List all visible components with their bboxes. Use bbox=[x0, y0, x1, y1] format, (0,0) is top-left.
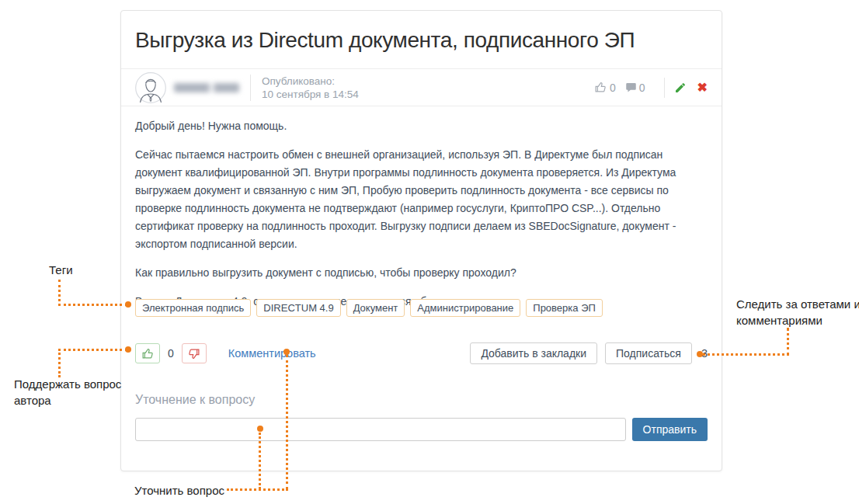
send-button[interactable]: Отправить bbox=[632, 418, 708, 441]
tags-row: Электронная подпись DIRECTUM 4.9 Докумен… bbox=[135, 299, 603, 317]
tag[interactable]: Администрирование bbox=[410, 299, 520, 317]
annotation-dot-support bbox=[125, 346, 131, 353]
author-name-redacted bbox=[174, 83, 239, 92]
annotation-dot-comment bbox=[283, 349, 290, 355]
delete-icon[interactable]: ✖ bbox=[697, 82, 708, 94]
annotation-support: Поддержать вопрос автора bbox=[14, 376, 132, 408]
page: Выгрузка из Directum документа, подписан… bbox=[0, 0, 859, 504]
annotation-tags: Теги bbox=[49, 262, 73, 278]
thumb-up-icon bbox=[594, 81, 607, 94]
actions-row: 0 Комментировать Добавить в закладки Под… bbox=[135, 342, 708, 364]
annotation-line-follow bbox=[703, 328, 789, 356]
right-actions: Добавить в закладки Подписаться 3 bbox=[470, 342, 708, 364]
clarify-section-label: Уточнение к вопросу bbox=[135, 393, 255, 407]
tag[interactable]: Документ bbox=[346, 299, 405, 317]
header-likes-count: 0 bbox=[610, 82, 616, 94]
author-row: Опубликовано: 10 сентября в 14:54 0 0 bbox=[121, 68, 722, 106]
likes-count: 0 bbox=[168, 347, 174, 360]
annotation-line-support bbox=[58, 349, 127, 377]
annotation-dot-input bbox=[257, 426, 263, 432]
published-block: Опубликовано: 10 сентября в 14:54 bbox=[262, 75, 359, 101]
tag[interactable]: Электронная подпись bbox=[135, 299, 251, 317]
divider bbox=[664, 78, 665, 98]
body-paragraph: Как правильно выгрузить документ с подпи… bbox=[135, 264, 709, 282]
question-body: Добрый день! Нужна помощь. Сейчас пытаем… bbox=[135, 117, 709, 322]
tag[interactable]: DIRECTUM 4.9 bbox=[256, 299, 340, 317]
clarify-row: Отправить bbox=[135, 418, 708, 441]
annotation-follow: Следить за ответами и комментариями bbox=[736, 296, 859, 328]
annotation-line-clarify-input bbox=[259, 433, 261, 489]
question-card: Выгрузка из Directum документа, подписан… bbox=[120, 10, 722, 471]
annotation-line-tags bbox=[58, 280, 127, 306]
annotation-dot-tags bbox=[125, 301, 131, 308]
annotation-dot-follow bbox=[697, 351, 703, 357]
header-comments-count: 0 bbox=[639, 82, 645, 94]
annotation-line-clarify bbox=[227, 488, 288, 491]
comment-bubble-icon bbox=[625, 82, 637, 93]
avatar[interactable] bbox=[135, 72, 166, 103]
annotation-clarify: Уточнить вопрос bbox=[134, 482, 224, 499]
comment-link[interactable]: Комментировать bbox=[228, 347, 316, 360]
annotation-line-clarify-comment bbox=[286, 355, 288, 489]
question-title: Выгрузка из Directum документа, подписан… bbox=[135, 28, 708, 53]
published-date: 10 сентября в 14:54 bbox=[262, 88, 359, 101]
subscribe-button[interactable]: Подписаться bbox=[605, 342, 692, 364]
header-actions: 0 0 ✖ bbox=[594, 78, 708, 98]
divider bbox=[250, 75, 251, 101]
tag[interactable]: Проверка ЭП bbox=[526, 299, 603, 317]
bookmark-button[interactable]: Добавить в закладки bbox=[470, 342, 597, 364]
edit-icon[interactable] bbox=[674, 82, 687, 94]
published-label: Опубликовано: bbox=[262, 75, 359, 88]
body-paragraph: Добрый день! Нужна помощь. bbox=[135, 117, 709, 135]
like-button[interactable] bbox=[135, 343, 160, 363]
body-paragraph: Сейчас пытаемся настроить обмен с внешне… bbox=[135, 146, 709, 253]
dislike-button[interactable] bbox=[182, 343, 207, 363]
clarify-input[interactable] bbox=[135, 418, 626, 441]
